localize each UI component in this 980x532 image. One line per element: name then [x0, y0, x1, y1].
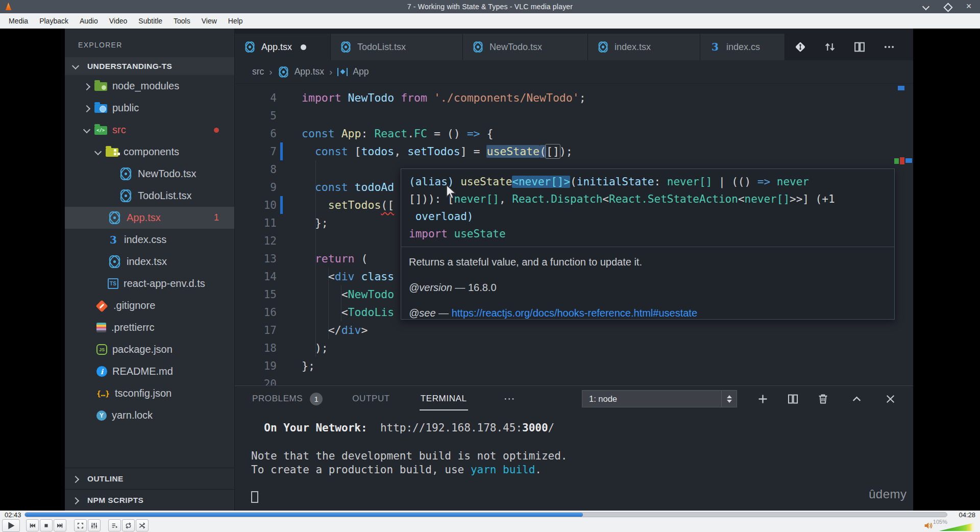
tab-index-tsx[interactable]: index.tsx — [588, 34, 700, 60]
file-label: node_modules — [112, 80, 179, 92]
modified-dot-icon — [214, 128, 219, 133]
breadcrumb-symbol[interactable]: App — [353, 66, 369, 77]
tree-item-components[interactable]: components — [65, 141, 234, 163]
menu-help[interactable]: Help — [223, 15, 249, 27]
menu-subtitle[interactable]: Subtitle — [133, 15, 168, 27]
terminal-select[interactable]: 1: node — [582, 390, 737, 407]
menu-media[interactable]: Media — [3, 15, 34, 27]
terminal-line — [251, 491, 864, 504]
fullscreen-button[interactable] — [74, 519, 87, 531]
random-button[interactable] — [136, 519, 149, 531]
code-text: const todoAd — [302, 181, 394, 194]
breadcrumb-file[interactable]: App.tsx — [295, 66, 324, 77]
tree-item-yarn-lock[interactable]: Yyarn.lock — [65, 404, 234, 426]
loop-button[interactable] — [122, 519, 135, 531]
more-actions-icon[interactable]: ⋯ — [504, 392, 516, 405]
split-editor-icon[interactable] — [784, 390, 801, 407]
tree-item-public[interactable]: public — [65, 97, 234, 119]
tree-item-readme-md[interactable]: iREADME.md — [65, 360, 234, 382]
code-editor[interactable]: 4import NewTodo from './components/NewTo… — [235, 84, 913, 385]
terminal-select-value: 1: node — [589, 394, 617, 404]
chevron-up-icon[interactable] — [848, 390, 865, 407]
breadcrumb-src[interactable]: src — [252, 66, 264, 77]
project-root-row[interactable]: UNDERSTANDING-TS — [65, 57, 234, 75]
menu-view[interactable]: View — [196, 15, 223, 27]
git-compare-icon[interactable] — [821, 38, 839, 56]
chevron-right-icon — [71, 496, 83, 504]
speaker-icon[interactable] — [923, 521, 933, 530]
code-segment: http://192.168.178.45: — [380, 422, 522, 434]
code-text: const App: React.FC = () => { — [302, 127, 493, 140]
menu-tools[interactable]: Tools — [168, 15, 196, 27]
plus-icon[interactable] — [754, 390, 771, 407]
tree-item--prettierrc[interactable]: .prettierrc — [65, 317, 234, 338]
line-number: 9 — [235, 179, 277, 197]
play-button[interactable] — [2, 519, 20, 532]
seek-slider[interactable] — [24, 512, 947, 517]
tab-index-cs[interactable]: 3index.cs — [700, 34, 785, 60]
tooltip-code-line: import useState — [409, 225, 887, 243]
git-icon — [95, 300, 108, 312]
tree-item-src[interactable]: src — [65, 119, 234, 141]
trash-icon[interactable] — [814, 390, 831, 407]
maximize-icon[interactable] — [943, 3, 951, 11]
tree-item--gitignore[interactable]: .gitignore — [65, 295, 234, 317]
docs-link[interactable]: https://reactjs.org/docs/hooks-reference… — [452, 307, 697, 319]
tree-item-node-modules[interactable]: node_modules — [65, 75, 234, 97]
next-button[interactable] — [54, 519, 66, 531]
split-editor-icon[interactable] — [851, 38, 868, 56]
tree-item-app-tsx[interactable]: App.tsx1 — [65, 207, 234, 229]
file-label: components — [124, 146, 179, 158]
tab-label: TodoList.tsx — [357, 42, 406, 53]
previous-button[interactable] — [26, 519, 39, 531]
tooltip-docs: Returns a stateful value, and a function… — [401, 247, 894, 319]
more-icon[interactable] — [880, 38, 898, 56]
terminal-output[interactable]: On Your Network: http://192.168.178.45:3… — [251, 421, 864, 505]
video-area[interactable]: EXPLORER UNDERSTANDING-TS node_modulespu… — [0, 29, 980, 511]
css-icon: 3 — [108, 234, 119, 246]
code-segment: div — [335, 270, 355, 283]
tab-problems[interactable]: PROBLEMS 1 — [252, 386, 323, 412]
code-segment: todoAd — [348, 181, 395, 194]
tree-item-todolist-tsx[interactable]: TodoList.tsx — [65, 185, 234, 207]
vlc-titlebar: 7 - Working with State & Types - VLC med… — [0, 0, 980, 13]
code-segment: never[] — [745, 193, 790, 205]
code-segment: todos — [361, 145, 395, 158]
terminal-line — [251, 477, 864, 491]
explorer-header: EXPLORER — [65, 29, 234, 57]
tree-item-tsconfig-json[interactable]: {…}tsconfig.json — [65, 382, 234, 404]
tab-output[interactable]: OUTPUT — [352, 386, 389, 412]
playlist-button[interactable] — [108, 519, 121, 531]
menu-video[interactable]: Video — [104, 15, 133, 27]
code-segment: const — [315, 181, 348, 194]
tree-item-package-json[interactable]: JSpackage.json — [65, 338, 234, 360]
code-segment: [ — [348, 145, 361, 158]
tooltip-code-line: overload) — [409, 208, 887, 225]
tree-item-index-css[interactable]: 3index.css — [65, 229, 234, 251]
npm-scripts-section[interactable]: NPM SCRIPTS — [65, 489, 234, 511]
tab-todolist-tsx[interactable]: TodoList.tsx — [331, 34, 463, 60]
menu-playback[interactable]: Playback — [34, 15, 74, 27]
tree-item-index-tsx[interactable]: index.tsx — [65, 251, 234, 273]
tab-terminal[interactable]: TERMINAL — [420, 386, 468, 412]
minimize-icon[interactable] — [922, 3, 930, 11]
code-text: ); — [302, 342, 328, 354]
chevron-down-icon — [71, 62, 83, 70]
chevron-right-icon — [71, 475, 83, 483]
tree-item-react-app-env-d-ts[interactable]: TSreact-app-env.d.ts — [65, 273, 234, 295]
react-icon — [472, 43, 484, 51]
vscode-screen: EXPLORER UNDERSTANDING-TS node_modulespu… — [65, 29, 913, 511]
close-icon[interactable] — [881, 390, 899, 407]
stop-button[interactable] — [40, 519, 53, 531]
extended-settings-button[interactable] — [88, 519, 101, 531]
tree-item-newtodo-tsx[interactable]: NewTodo.tsx — [65, 163, 234, 185]
close-icon[interactable]: × — [965, 3, 973, 11]
tab-newtodo-tsx[interactable]: NewTodo.tsx — [463, 34, 588, 60]
outline-section[interactable]: OUTLINE — [65, 468, 234, 489]
code-segment: }; — [302, 216, 328, 229]
code-segment: never[] — [454, 193, 500, 205]
git-diff-icon[interactable] — [792, 38, 809, 56]
symbol-app-icon — [337, 68, 348, 76]
tab-app-tsx[interactable]: App.tsx — [235, 34, 331, 60]
menu-audio[interactable]: Audio — [74, 15, 104, 27]
